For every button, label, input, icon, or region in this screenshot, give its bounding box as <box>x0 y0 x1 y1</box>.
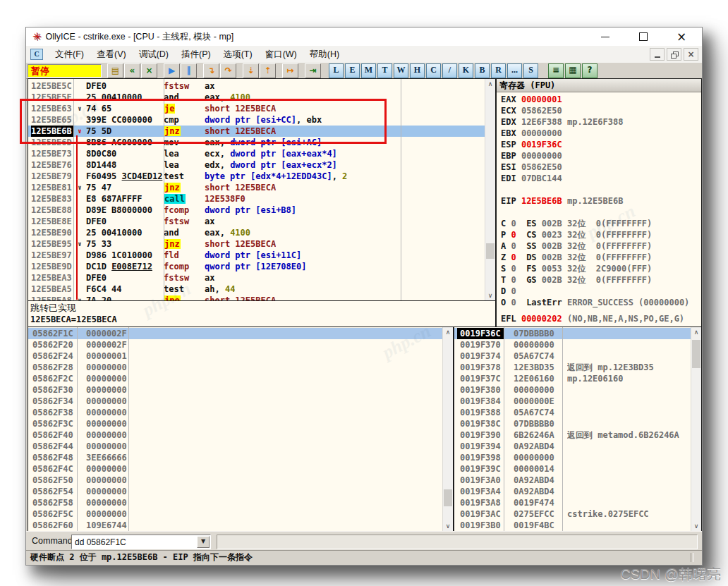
scroll-thumb[interactable] <box>486 243 495 259</box>
disasm-row[interactable]: 12E5BE83E8 687AFFFFcall12E538F0 <box>28 193 485 205</box>
stack-row[interactable]: 0019F3AC0275EFCCcstrike.0275EFCC <box>454 508 691 520</box>
register-row[interactable]: ESP 0019F36C <box>497 139 701 150</box>
panel-button-S[interactable]: S <box>523 63 538 78</box>
register-row[interactable]: EBX 00000000 <box>497 128 701 139</box>
menu-item[interactable]: 窗口(W) <box>259 47 303 63</box>
stack-row[interactable]: 0019F3840000000E <box>454 396 691 407</box>
scroll-up-icon[interactable]: ∧ <box>691 327 701 338</box>
panel-button-W[interactable]: W <box>394 63 408 78</box>
register-row[interactable]: ESI 05862E50 <box>497 161 701 173</box>
register-row[interactable] <box>497 207 701 218</box>
register-row[interactable]: T 0 GS 002B 32位 0(FFFFFFFF) <box>497 274 701 286</box>
register-row[interactable] <box>497 184 701 195</box>
menu-item[interactable]: 帮助(H) <box>303 47 346 63</box>
dump-row[interactable]: 05862F1C0000002F <box>28 328 443 339</box>
close-process-button[interactable]: × <box>141 63 157 78</box>
dump-row[interactable]: 05862F3400000000 <box>28 396 443 407</box>
dump-scrollbar[interactable]: ∧ ∨ <box>442 327 453 532</box>
disasm-row[interactable]: 12E5BE9DDC1D E008E712fcompqword ptr [12E… <box>28 261 485 272</box>
pause-button[interactable]: ‖ <box>181 63 197 78</box>
panel-button-T[interactable]: T <box>377 63 392 78</box>
stack-row[interactable]: 0019F38000000000 <box>454 384 691 396</box>
minimize-button[interactable] <box>600 32 610 42</box>
dump-row[interactable]: 05862F5800000000 <box>28 497 443 508</box>
dump-row[interactable]: 05862F483EE66666 <box>28 452 443 463</box>
register-row[interactable]: EAX 00000001 <box>497 94 701 105</box>
disasm-row[interactable]: 12E5BE5CDFE0fstswax <box>28 80 485 92</box>
dump-row[interactable]: 05862F4000000000 <box>28 429 443 441</box>
disasm-row[interactable]: 12E5BE768D1448leaedx, dword ptr [eax+ecx… <box>28 159 485 171</box>
maximize-button[interactable] <box>638 32 648 42</box>
stack-row[interactable]: 0019F37000000000 <box>454 339 691 350</box>
open-file-button[interactable]: ▤ <box>107 63 123 78</box>
mdi-close-button[interactable]: × <box>684 48 698 61</box>
register-row[interactable]: EDX 12E6F388 mp.12E6F388 <box>497 116 701 128</box>
dump-row[interactable]: 05862F4400000000 <box>28 441 443 452</box>
stack-scrollbar[interactable]: ∧ ∨ <box>691 327 701 532</box>
scroll-down-icon[interactable]: ∨ <box>691 521 701 532</box>
step-over-button[interactable]: ↷ <box>220 63 236 78</box>
dump-row[interactable]: 05862F60109E6744 <box>28 520 443 531</box>
panel-button-slash[interactable]: / <box>442 63 457 78</box>
scroll-thumb[interactable] <box>692 340 700 368</box>
disasm-row[interactable]: 12E5BE95∨75 33jnzshort 12E5BECA <box>28 238 485 250</box>
panel-button-E[interactable]: E <box>345 63 360 78</box>
dump-row[interactable]: 05862F5400000000 <box>28 486 443 497</box>
mdi-minimize-button[interactable] <box>650 48 665 61</box>
scroll-down-icon[interactable]: ∨ <box>443 521 453 532</box>
register-row[interactable]: Z 0 DS 002B 32位 0(FFFFFFFF) <box>497 252 701 263</box>
dump-row[interactable]: 05862F2400000001 <box>28 350 443 362</box>
stack-row[interactable]: 0019F39C00000014 <box>454 463 691 475</box>
stack-row[interactable]: 0019F3940A92ABD4 <box>454 441 691 452</box>
scroll-up-icon[interactable]: ∧ <box>485 79 495 90</box>
dump-row[interactable]: 05862F2800000000 <box>28 362 443 373</box>
disasm-row[interactable]: 12E5BE97D986 1C010000flddword ptr [esi+1… <box>28 250 485 261</box>
disasm-row[interactable]: 12E5BE8EDFE0fstswax <box>28 216 485 227</box>
run-to-return-button[interactable]: ↦ <box>282 63 298 78</box>
disasm-row[interactable]: 12E5BE738D0C80leaecx, dword ptr [eax+eax… <box>28 148 485 159</box>
run-button[interactable]: ▶ <box>164 63 180 78</box>
mdi-restore-button[interactable] <box>667 48 681 61</box>
animate-into-button[interactable]: ⇣ <box>243 63 259 78</box>
panel-button-R[interactable]: R <box>491 63 506 78</box>
menu-item[interactable]: 插件(P) <box>175 47 217 63</box>
scroll-up-icon[interactable]: ∧ <box>443 327 453 338</box>
dump-row[interactable]: 05862F3800000000 <box>28 407 443 418</box>
panel-button-M[interactable]: M <box>361 63 376 78</box>
menu-item[interactable]: 选项(T) <box>217 47 259 63</box>
stack-row[interactable]: 0019F37405A67C74 <box>454 350 691 362</box>
register-row[interactable]: EIP 12E5BE6B mp.12E5BE6B <box>497 195 701 207</box>
register-row[interactable]: D 0 <box>497 286 701 297</box>
disasm-row[interactable]: 12E5BE9025 00410000andeax, 4100 <box>28 227 485 238</box>
menu-item[interactable]: 文件(F) <box>49 47 90 63</box>
stack-row[interactable]: 0019F36C07DBBBB0 <box>454 328 691 339</box>
register-row[interactable]: S 0 FS 0053 32位 2C9000(FFF) <box>497 263 701 274</box>
scroll-down-icon[interactable]: ∨ <box>485 291 495 301</box>
disasm-scrollbar[interactable]: ∧ ∨ <box>485 79 495 301</box>
dump-row[interactable]: 05862F5C00000000 <box>28 508 443 520</box>
scroll-thumb[interactable] <box>444 489 452 506</box>
dump-row[interactable]: 05862F4C00000000 <box>28 463 443 475</box>
command-input[interactable] <box>73 536 196 548</box>
dump-row[interactable]: 05862F2C00000000 <box>28 373 443 384</box>
animate-over-button[interactable]: ⇡ <box>260 63 276 78</box>
disasm-row[interactable]: 12E5BE79F60495 3CD4ED12testbyte ptr [edx… <box>28 171 485 182</box>
register-row[interactable]: A 0 SS 002B 32位 0(FFFFFFFF) <box>497 240 701 252</box>
disasm-row[interactable]: 12E5BEA3DFE0fstswax <box>28 272 485 283</box>
close-button[interactable]: × <box>677 32 686 42</box>
stack-row[interactable]: 0019F38805A67C74 <box>454 407 691 418</box>
panel-button-dots[interactable]: ... <box>507 63 522 78</box>
stack-row[interactable]: 0019F3906B26246A返回到 metamod.6B26246A <box>454 429 691 441</box>
log-window-button[interactable]: ≡ <box>548 63 564 78</box>
panel-button-C[interactable]: C <box>426 63 441 78</box>
stack-row[interactable]: 0019F37812E3BD35返回到 mp.12E3BD35 <box>454 362 691 373</box>
register-row[interactable]: O 0 LastErr ERROR_SUCCESS (00000000) <box>497 297 701 308</box>
disasm-row[interactable]: 12E5BE88D89E B8000000fcompdword ptr [esi… <box>28 205 485 216</box>
stack-row[interactable]: 0019F3A40A92ABD4 <box>454 486 691 497</box>
dump-row[interactable]: 05862F5000000000 <box>28 475 443 486</box>
register-row[interactable]: EDI 07DBC144 <box>497 173 701 184</box>
dump-row[interactable]: 05862F3C00000000 <box>28 418 443 429</box>
dump-row[interactable]: 05862F200000002F <box>28 339 443 350</box>
stack-row[interactable]: 0019F3B00019F4BC <box>454 520 691 531</box>
cpu-window-icon[interactable]: C <box>30 49 43 60</box>
